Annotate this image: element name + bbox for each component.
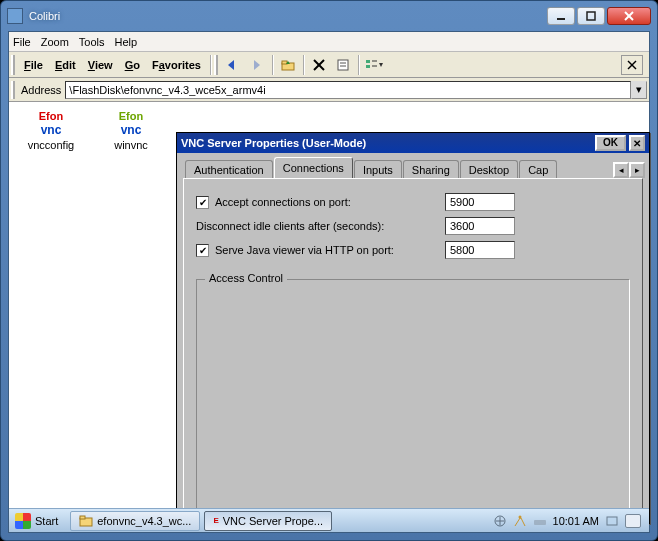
- tray-clock[interactable]: 10:01 AM: [553, 515, 599, 527]
- remote-screen: File Zoom Tools Help File Edit View Go F…: [8, 31, 650, 533]
- host-app-icon: [7, 8, 23, 24]
- back-button[interactable]: [222, 54, 244, 76]
- dialog-titlebar[interactable]: VNC Server Properties (User-Mode) OK ✕: [177, 133, 649, 153]
- svg-rect-26: [607, 517, 617, 525]
- svg-rect-14: [366, 60, 370, 63]
- dialog-ok-button[interactable]: OK: [595, 135, 626, 151]
- toolbar-grip-2[interactable]: [214, 55, 218, 75]
- accept-port-input[interactable]: [445, 193, 515, 211]
- tab-inputs[interactable]: Inputs: [354, 160, 402, 179]
- host-titlebar[interactable]: Colibri: [1, 1, 657, 31]
- svg-rect-1: [587, 12, 595, 20]
- explorer-menubar: File Edit View Go Favorites: [9, 52, 649, 78]
- svg-point-24: [518, 515, 521, 518]
- svg-rect-11: [338, 60, 348, 70]
- svg-rect-15: [366, 65, 370, 68]
- folder-icon: [79, 515, 93, 527]
- tray-connection-icon[interactable]: [513, 514, 527, 528]
- close-button[interactable]: [607, 7, 651, 25]
- vnc-logo-text: vnc: [95, 123, 167, 137]
- serve-java-label: Serve Java viewer via HTTP on port:: [215, 244, 445, 256]
- tab-desktop[interactable]: Desktop: [460, 160, 518, 179]
- file-icon-winvnc[interactable]: Efon vnc winvnc: [95, 108, 167, 151]
- vnc-properties-dialog: VNC Server Properties (User-Mode) OK ✕ A…: [176, 132, 650, 524]
- explorer-menu-file[interactable]: File: [18, 57, 49, 73]
- tab-scroll-right[interactable]: ▸: [629, 162, 645, 178]
- tab-connections[interactable]: Connections: [274, 157, 353, 178]
- taskbar-item-explorer[interactable]: efonvnc_v4.3_wc...: [70, 511, 200, 531]
- vnc-logo-text: vnc: [15, 123, 87, 137]
- delete-button[interactable]: [308, 54, 330, 76]
- file-label: winvnc: [95, 139, 167, 151]
- accept-connections-checkbox[interactable]: ✔: [196, 196, 209, 209]
- taskbar-item-vnc[interactable]: E VNC Server Prope...: [204, 511, 332, 531]
- tab-strip: Authentication Connections Inputs Sharin…: [185, 157, 645, 178]
- address-bar: Address ▾: [9, 78, 649, 102]
- file-icon-vncconfig[interactable]: Efon vnc vncconfig: [15, 108, 87, 151]
- tab-scroll-left[interactable]: ◂: [613, 162, 629, 178]
- svg-marker-18: [379, 63, 383, 67]
- idle-disconnect-label: Disconnect idle clients after (seconds):: [196, 220, 426, 232]
- tab-authentication[interactable]: Authentication: [185, 160, 273, 179]
- host-window: Colibri File Zoom Tools Help File Edit V…: [0, 0, 658, 541]
- start-button[interactable]: Start: [13, 512, 66, 530]
- maximize-button[interactable]: [577, 7, 605, 25]
- start-label: Start: [35, 515, 58, 527]
- address-label: Address: [15, 84, 65, 96]
- tab-panel-connections: ✔ Accept connections on port: Disconnect…: [183, 178, 643, 524]
- show-desktop-button[interactable]: [605, 514, 619, 528]
- taskbar-item-label: VNC Server Prope...: [223, 515, 323, 527]
- svg-marker-5: [254, 60, 260, 70]
- access-control-legend: Access Control: [205, 272, 287, 284]
- properties-button[interactable]: [332, 54, 354, 76]
- views-button[interactable]: [363, 54, 385, 76]
- up-folder-button[interactable]: [277, 54, 299, 76]
- idle-seconds-input[interactable]: [445, 217, 515, 235]
- efon-mini-icon: E: [213, 516, 218, 525]
- dialog-close-button[interactable]: ✕: [629, 135, 645, 151]
- address-input[interactable]: [65, 81, 631, 99]
- svg-marker-4: [228, 60, 234, 70]
- toolbar-grip[interactable]: [11, 55, 15, 75]
- access-control-group: Access Control: [196, 279, 630, 511]
- tab-capture[interactable]: Cap: [519, 160, 557, 179]
- windows-logo-icon: [15, 513, 31, 529]
- minimize-button[interactable]: [547, 7, 575, 25]
- serve-java-checkbox[interactable]: ✔: [196, 244, 209, 257]
- tray-network-icon[interactable]: [493, 514, 507, 528]
- taskbar: Start efonvnc_v4.3_wc... E VNC Server Pr…: [9, 508, 649, 532]
- explorer-menu-go[interactable]: Go: [119, 57, 146, 73]
- dialog-title: VNC Server Properties (User-Mode): [181, 137, 595, 149]
- taskbar-item-label: efonvnc_v4.3_wc...: [97, 515, 191, 527]
- toolbar-close-button[interactable]: [621, 55, 643, 75]
- host-title: Colibri: [29, 10, 547, 22]
- file-label: vncconfig: [15, 139, 87, 151]
- explorer-menu-view[interactable]: View: [82, 57, 119, 73]
- explorer-menu-edit[interactable]: Edit: [49, 57, 82, 73]
- menu-zoom[interactable]: Zoom: [41, 36, 69, 48]
- efon-logo-icon: Efon: [95, 108, 167, 123]
- menu-help[interactable]: Help: [115, 36, 138, 48]
- efon-logo-icon: Efon: [15, 108, 87, 123]
- svg-rect-22: [80, 516, 85, 519]
- explorer-menu-favorites[interactable]: Favorites: [146, 57, 207, 73]
- host-menubar: File Zoom Tools Help: [9, 32, 649, 52]
- tab-sharing[interactable]: Sharing: [403, 160, 459, 179]
- address-dropdown[interactable]: ▾: [631, 81, 647, 99]
- java-port-input[interactable]: [445, 241, 515, 259]
- menu-tools[interactable]: Tools: [79, 36, 105, 48]
- forward-button[interactable]: [246, 54, 268, 76]
- svg-rect-7: [282, 61, 287, 64]
- tray-device-icon[interactable]: [533, 514, 547, 528]
- svg-rect-25: [534, 520, 546, 525]
- accept-connections-label: Accept connections on port:: [215, 196, 445, 208]
- sip-keyboard-button[interactable]: [625, 514, 641, 528]
- menu-file[interactable]: File: [13, 36, 31, 48]
- system-tray: 10:01 AM: [489, 514, 645, 528]
